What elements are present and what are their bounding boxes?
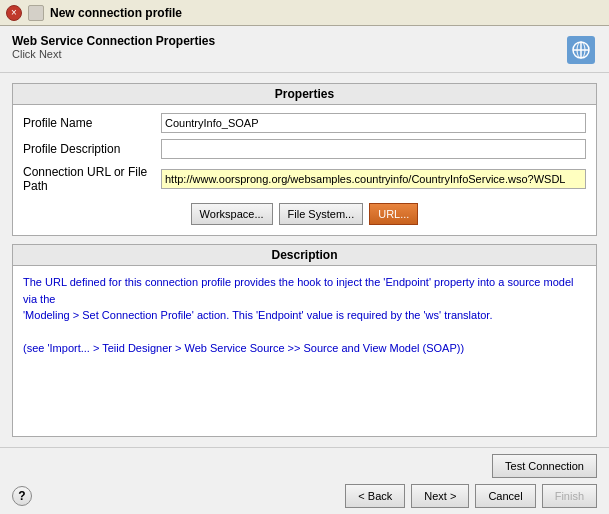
connection-url-row: Connection URL or File Path [23,165,586,193]
test-connection-row: Test Connection [12,454,597,478]
description-content: The URL defined for this connection prof… [13,266,596,365]
file-source-buttons: Workspace... File System... URL... [23,199,586,227]
header-text: Web Service Connection Properties Click … [12,34,215,60]
header-subtitle: Click Next [12,48,215,60]
main-content: Web Service Connection Properties Click … [0,26,609,514]
properties-box: Properties Profile Name Profile Descript… [12,83,597,236]
help-button[interactable]: ? [12,486,32,506]
test-connection-button[interactable]: Test Connection [492,454,597,478]
file-system-button[interactable]: File System... [279,203,364,225]
connection-url-input[interactable] [161,169,586,189]
url-button[interactable]: URL... [369,203,418,225]
window-title: New connection profile [50,6,603,20]
minimize-button[interactable] [28,5,44,21]
description-text-line1: The URL defined for this connection prof… [23,276,573,305]
profile-name-label: Profile Name [23,116,153,130]
cancel-button[interactable]: Cancel [475,484,535,508]
nav-row: ? < Back Next > Cancel Finish [12,484,597,508]
description-text-line4: (see 'Import... > Teiid Designer > Web S… [23,342,464,354]
bottom-area: Test Connection ? < Back Next > Cancel F… [0,447,609,514]
header-title: Web Service Connection Properties [12,34,215,48]
next-button[interactable]: Next > [411,484,469,508]
description-header: Description [13,245,596,266]
finish-button[interactable]: Finish [542,484,597,508]
nav-buttons: < Back Next > Cancel Finish [345,484,597,508]
workspace-button[interactable]: Workspace... [191,203,273,225]
close-button[interactable]: × [6,5,22,21]
profile-description-row: Profile Description [23,139,586,159]
profile-name-input[interactable] [161,113,586,133]
profile-description-label: Profile Description [23,142,153,156]
web-service-icon [565,34,597,66]
back-button[interactable]: < Back [345,484,405,508]
header-section: Web Service Connection Properties Click … [0,26,609,73]
properties-header: Properties [13,84,596,105]
description-text-line2: 'Modeling > Set Connection Profile' acti… [23,309,492,321]
form-area: Properties Profile Name Profile Descript… [0,73,609,447]
properties-content: Profile Name Profile Description Connect… [13,105,596,235]
description-box: Description The URL defined for this con… [12,244,597,437]
profile-name-row: Profile Name [23,113,586,133]
title-bar: × New connection profile [0,0,609,26]
profile-description-input[interactable] [161,139,586,159]
connection-url-label: Connection URL or File Path [23,165,153,193]
